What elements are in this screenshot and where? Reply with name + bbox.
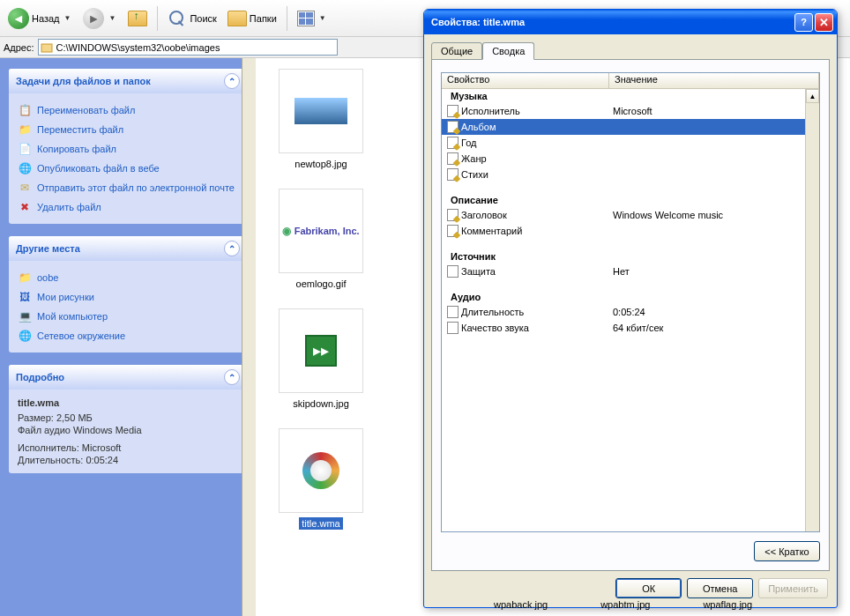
brief-button[interactable]: << Кратко bbox=[754, 541, 820, 561]
property-row[interactable]: Длительность0:05:24 bbox=[442, 304, 819, 320]
place-label: oobe bbox=[37, 272, 58, 283]
scroll-up-icon[interactable]: ▲ bbox=[806, 89, 819, 103]
file-item[interactable]: ▸▸ skipdown.jpg bbox=[259, 303, 383, 414]
details-panel-header[interactable]: Подробно ⌃ bbox=[9, 365, 247, 390]
thumbnail bbox=[279, 428, 363, 513]
detail-size: Размер: 2,50 МБ bbox=[18, 412, 238, 424]
file-item[interactable]: ◉ Fabrikam, Inc. oemlogo.gif bbox=[259, 183, 383, 294]
chevron-up-icon: ⌃ bbox=[224, 369, 240, 385]
forward-button[interactable]: ► ▼ bbox=[78, 4, 122, 33]
property-row[interactable]: Качество звука64 кбит/сек bbox=[442, 320, 819, 336]
folder-icon bbox=[227, 11, 247, 26]
property-header[interactable]: Свойство Значение bbox=[442, 73, 819, 89]
edit-icon bbox=[447, 209, 459, 221]
property-name: Заголовок bbox=[461, 210, 507, 220]
folders-label: Папки bbox=[250, 13, 277, 24]
property-row[interactable]: Год bbox=[442, 135, 819, 151]
property-row[interactable]: Жанр bbox=[442, 151, 819, 167]
dialog-titlebar[interactable]: Свойства: title.wma ? ✕ bbox=[424, 10, 837, 34]
chevron-down-icon: ▼ bbox=[317, 14, 328, 22]
place-item[interactable]: 🖼Мои рисунки bbox=[18, 287, 238, 307]
address-input[interactable] bbox=[38, 39, 338, 56]
property-group: Аудио bbox=[442, 279, 819, 304]
tab-summary[interactable]: Сводка bbox=[482, 42, 534, 60]
places-panel: Другие места ⌃ 📁oobe🖼Мои рисунки💻Мой ком… bbox=[9, 236, 247, 353]
property-row[interactable]: Альбом bbox=[442, 119, 819, 135]
task-label: Опубликовать файл в вебе bbox=[37, 163, 160, 174]
task-item[interactable]: ✖Удалить файл bbox=[18, 197, 238, 217]
file-item[interactable]: newtop8.jpg bbox=[259, 63, 383, 174]
property-name: Качество звука bbox=[461, 323, 529, 333]
task-item[interactable]: 📄Копировать файл bbox=[18, 139, 238, 159]
property-row[interactable]: Комментарий bbox=[442, 223, 819, 239]
property-value: Microsoft bbox=[609, 106, 819, 116]
apply-button[interactable]: Применить bbox=[758, 578, 828, 598]
tab-general[interactable]: Общие bbox=[431, 42, 482, 60]
scrollbar[interactable] bbox=[242, 58, 256, 616]
up-button[interactable] bbox=[123, 4, 152, 33]
separator bbox=[287, 6, 287, 31]
page-icon bbox=[447, 265, 459, 278]
col-property[interactable]: Свойство bbox=[442, 73, 609, 88]
col-value[interactable]: Значение bbox=[609, 73, 819, 88]
file-name: oemlogo.gif bbox=[296, 278, 347, 289]
task-item[interactable]: ✉Отправить этот файл по электронной почт… bbox=[18, 178, 238, 197]
file-name: newtop8.jpg bbox=[295, 159, 347, 169]
file-name: wpaflag.jpg bbox=[703, 599, 752, 610]
file-item[interactable]: title.wma bbox=[259, 423, 383, 534]
places-panel-header[interactable]: Другие места ⌃ bbox=[9, 236, 247, 261]
task-item[interactable]: 🌐Опубликовать файл в вебе bbox=[18, 159, 238, 178]
panel-title: Подробно bbox=[16, 372, 64, 382]
thumbnail bbox=[279, 69, 363, 153]
dialog-title: Свойства: title.wma bbox=[431, 17, 525, 27]
close-button[interactable]: ✕ bbox=[815, 13, 833, 32]
task-item[interactable]: 📋Переименовать файл bbox=[18, 100, 238, 120]
chevron-down-icon: ▼ bbox=[63, 14, 73, 22]
views-button[interactable]: ▼ bbox=[293, 4, 332, 33]
wma-icon bbox=[302, 452, 339, 489]
ok-button[interactable]: ОК bbox=[615, 578, 682, 598]
place-icon: 🖼 bbox=[18, 290, 32, 304]
back-button[interactable]: ◄ Назад ▼ bbox=[4, 4, 77, 33]
folder-up-icon bbox=[128, 11, 147, 26]
property-row[interactable]: ИсполнительMicrosoft bbox=[442, 103, 819, 119]
search-button[interactable]: Поиск bbox=[163, 4, 220, 33]
place-item[interactable]: 🌐Сетевое окружение bbox=[18, 326, 238, 345]
property-row[interactable]: ЗаголовокWindows Welcome music bbox=[442, 207, 819, 223]
task-item[interactable]: 📁Переместить файл bbox=[18, 120, 238, 139]
cancel-button[interactable]: Отмена bbox=[687, 578, 753, 598]
place-icon: 🌐 bbox=[18, 329, 32, 343]
views-icon bbox=[297, 11, 315, 26]
place-item[interactable]: 📁oobe bbox=[18, 268, 238, 287]
task-icon: ✖ bbox=[18, 200, 32, 214]
property-list[interactable]: Свойство Значение МузыкаИсполнительMicro… bbox=[441, 72, 820, 532]
edit-icon bbox=[447, 105, 459, 117]
task-label: Копировать файл bbox=[37, 144, 116, 154]
separator bbox=[157, 6, 158, 31]
logo-icon: ◉ Fabrikam, Inc. bbox=[282, 225, 359, 237]
thumbnail: ▸▸ bbox=[279, 308, 363, 393]
property-name: Жанр bbox=[461, 153, 487, 164]
tab-content: Свойство Значение МузыкаИсполнительMicro… bbox=[431, 59, 830, 571]
task-label: Переместить файл bbox=[37, 124, 123, 135]
property-row[interactable]: Стихи bbox=[442, 167, 819, 182]
file-name: skipdown.jpg bbox=[293, 398, 349, 409]
property-row[interactable]: ЗащитаНет bbox=[442, 263, 819, 279]
details-panel: Подробно ⌃ title.wma Размер: 2,50 МБ Фай… bbox=[9, 365, 247, 473]
task-icon: 📋 bbox=[18, 103, 32, 117]
folders-button[interactable]: Папки bbox=[223, 4, 281, 33]
tasks-panel-header[interactable]: Задачи для файлов и папок ⌃ bbox=[9, 69, 247, 93]
help-button[interactable]: ? bbox=[794, 13, 813, 32]
tasks-panel: Задачи для файлов и папок ⌃ 📋Переименова… bbox=[9, 69, 247, 224]
task-label: Удалить файл bbox=[37, 202, 101, 212]
file-name: wpaback.jpg bbox=[494, 599, 548, 610]
back-label: Назад bbox=[32, 13, 60, 24]
place-label: Мои рисунки bbox=[37, 292, 94, 302]
edit-icon bbox=[447, 121, 459, 133]
back-icon: ◄ bbox=[8, 8, 29, 29]
place-item[interactable]: 💻Мой компьютер bbox=[18, 307, 238, 326]
task-icon: 📁 bbox=[18, 122, 32, 137]
scrollbar[interactable]: ▲ bbox=[805, 89, 819, 531]
search-label: Поиск bbox=[190, 13, 216, 24]
file-name: wpabtm.jpg bbox=[600, 599, 650, 610]
